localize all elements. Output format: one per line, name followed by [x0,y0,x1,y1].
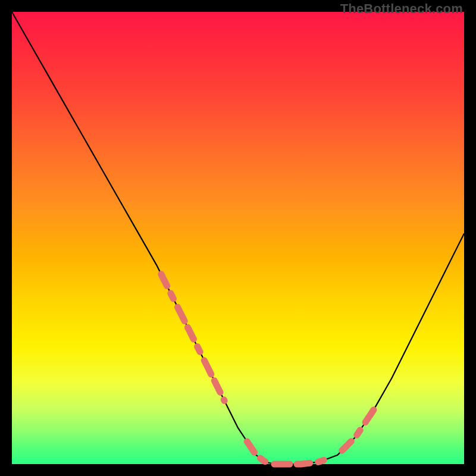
highlight-group [161,274,374,464]
highlight-segment-0 [161,274,224,401]
highlight-segment-1 [247,441,328,464]
curve-path [12,12,464,464]
highlight-segment-2 [342,410,374,450]
outer-frame: TheBottleneck.com [0,0,476,476]
plot-area [12,12,464,464]
bottleneck-curve [12,12,464,464]
curve-svg [12,12,464,464]
